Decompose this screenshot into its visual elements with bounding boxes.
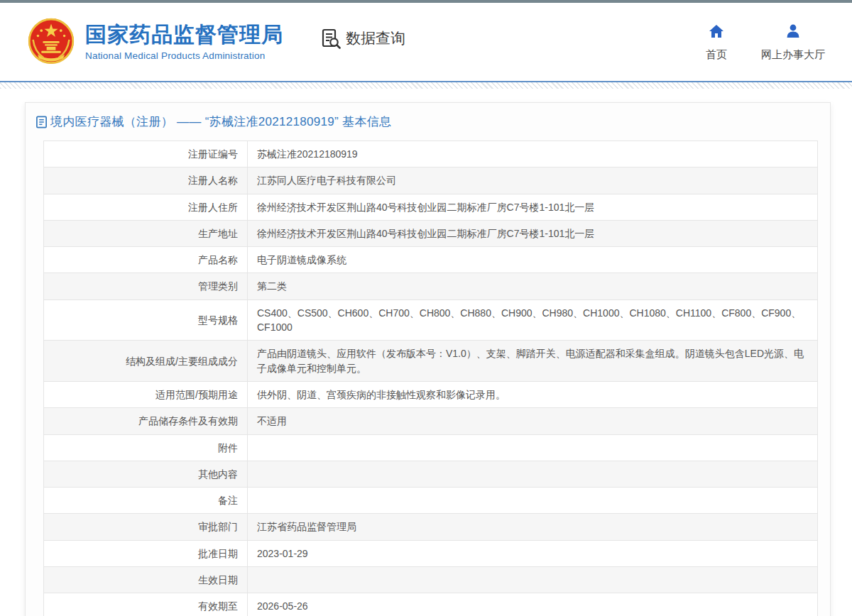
brand[interactable]: 国家药品监督管理局 National Medical Products Admi… (27, 17, 283, 67)
table-row: 生产地址徐州经济技术开发区荆山路40号科技创业园二期标准厂房C7号楼1-101北… (44, 220, 818, 246)
row-label: 产品储存条件及有效期 (44, 408, 248, 434)
registration-info-table: 注册证编号苏械注准20212180919注册人名称江苏同人医疗电子科技有限公司注… (43, 141, 818, 616)
row-label: 产品名称 (44, 247, 248, 273)
content-card: 境内医疗器械（注册） —— “苏械注准20212180919” 基本信息 注册证… (25, 102, 831, 616)
row-value: 江苏同人医疗电子科技有限公司 (248, 167, 818, 194)
table-row: 备注 (44, 488, 818, 514)
nav-home-label: 首页 (706, 48, 727, 62)
row-label: 适用范围/预期用途 (44, 381, 248, 407)
row-label: 备注 (44, 488, 248, 514)
row-label: 生产地址 (44, 220, 248, 246)
table-row: 适用范围/预期用途供外阴、阴道、宫颈疾病的非接触性观察和影像记录用。 (44, 381, 818, 407)
table-row: 注册人名称江苏同人医疗电子科技有限公司 (44, 167, 818, 194)
table-row: 有效期至2026-05-26 (44, 593, 818, 616)
row-label: 结构及组成/主要组成成分 (44, 341, 248, 382)
table-row: 其他内容 (44, 461, 818, 487)
row-value: 第二类 (248, 273, 818, 299)
module-label: 数据查询 (346, 28, 405, 48)
header-hatch-band (0, 82, 852, 89)
row-value (248, 488, 818, 514)
row-value: 2023-01-29 (248, 540, 818, 566)
nav-service-hall[interactable]: 网上办事大厅 (761, 23, 825, 62)
row-label: 型号规格 (44, 299, 248, 341)
site-header: 国家药品监督管理局 National Medical Products Admi… (0, 3, 852, 81)
table-row: 产品储存条件及有效期不适用 (44, 408, 818, 434)
page-title: 境内医疗器械（注册） —— “苏械注准20212180919” 基本信息 (50, 114, 391, 130)
info-table-body: 注册证编号苏械注准20212180919注册人名称江苏同人医疗电子科技有限公司注… (44, 141, 818, 616)
top-nav: 首页 网上办事大厅 (706, 23, 825, 62)
user-icon (785, 23, 802, 40)
row-label: 批准日期 (44, 540, 248, 566)
table-row: 结构及组成/主要组成成分产品由阴道镜头、应用软件（发布版本号：V1.0）、支架、… (44, 341, 818, 382)
row-value: 徐州经济技术开发区荆山路40号科技创业园二期标准厂房C7号楼1-101北一层 (248, 194, 818, 220)
row-label: 注册人名称 (44, 167, 248, 194)
document-icon (36, 116, 48, 128)
brand-text: 国家药品监督管理局 National Medical Products Admi… (85, 23, 283, 61)
row-value (248, 567, 818, 593)
row-label: 有效期至 (44, 593, 248, 616)
table-row: 批准日期2023-01-29 (44, 540, 818, 566)
page-title-bar: 境内医疗器械（注册） —— “苏械注准20212180919” 基本信息 (26, 103, 830, 139)
row-label: 注册人住所 (44, 194, 248, 220)
row-value: 产品由阴道镜头、应用软件（发布版本号：V1.0）、支架、脚踏开关、电源适配器和采… (248, 341, 818, 382)
row-value (248, 434, 818, 461)
site-subtitle: National Medical Products Administration (85, 50, 283, 61)
nmpa-emblem-logo (27, 17, 75, 67)
table-row: 注册人住所徐州经济技术开发区荆山路40号科技创业园二期标准厂房C7号楼1-101… (44, 194, 818, 220)
row-label: 管理类别 (44, 273, 248, 299)
row-value: 徐州经济技术开发区荆山路40号科技创业园二期标准厂房C7号楼1-101北一层 (248, 220, 818, 246)
row-label: 注册证编号 (44, 141, 248, 167)
nav-home[interactable]: 首页 (706, 23, 727, 62)
row-value: 苏械注准20212180919 (248, 141, 818, 167)
home-icon (708, 23, 725, 40)
table-row: 生效日期 (44, 567, 818, 593)
table-row: 审批部门江苏省药品监督管理局 (44, 514, 818, 540)
row-label: 审批部门 (44, 514, 248, 540)
table-row: 产品名称电子阴道镜成像系统 (44, 247, 818, 273)
document-search-icon (320, 28, 342, 49)
nav-service-hall-label: 网上办事大厅 (761, 48, 825, 62)
row-value (248, 461, 818, 487)
row-value: 江苏省药品监督管理局 (248, 514, 818, 540)
row-label: 其他内容 (44, 461, 248, 487)
row-value: 电子阴道镜成像系统 (248, 247, 818, 273)
row-label: 生效日期 (44, 567, 248, 593)
row-value: 不适用 (248, 408, 818, 434)
table-row: 型号规格CS400、CS500、CH600、CH700、CH800、CH880、… (44, 299, 818, 341)
row-value: 供外阴、阴道、宫颈疾病的非接触性观察和影像记录用。 (248, 381, 818, 407)
row-value: CS400、CS500、CH600、CH700、CH800、CH880、CH90… (248, 299, 818, 341)
table-row: 注册证编号苏械注准20212180919 (44, 141, 818, 167)
table-row: 附件 (44, 434, 818, 461)
table-row: 管理类别第二类 (44, 273, 818, 299)
site-title: 国家药品监督管理局 (85, 23, 283, 48)
row-label: 附件 (44, 434, 248, 461)
row-value: 2026-05-26 (248, 593, 818, 616)
data-query-module[interactable]: 数据查询 (320, 28, 405, 49)
